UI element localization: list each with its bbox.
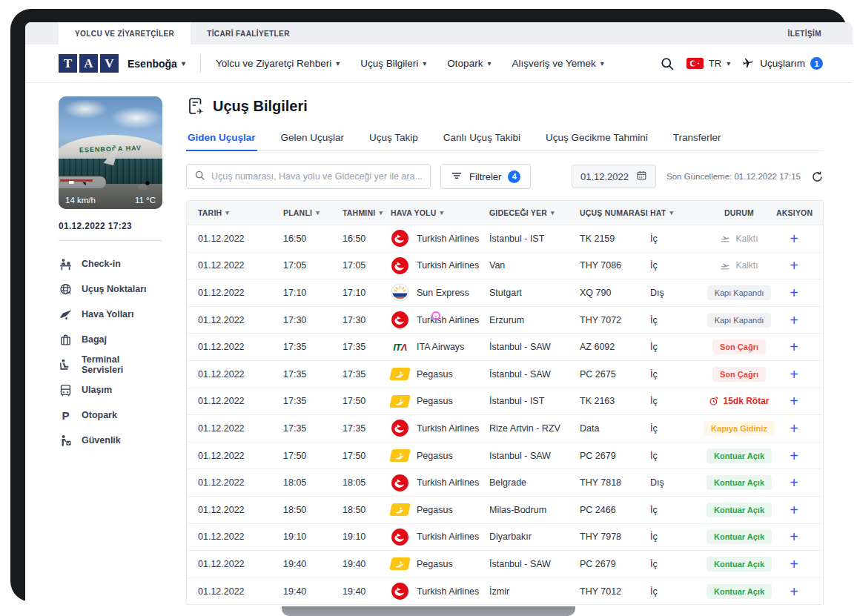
cell-date: 01.12.2022 [198, 396, 283, 406]
contact-link[interactable]: İLETİŞİM [757, 22, 853, 44]
cell-status: 15dk Rötar [702, 396, 776, 406]
cell-airline: Turkish Airlines [391, 311, 489, 329]
add-flight-button[interactable]: + [790, 529, 798, 544]
column-header[interactable]: HAT▾ [650, 208, 702, 217]
add-flight-button[interactable]: + [790, 503, 798, 517]
page-title: Uçuş Bilgileri [213, 98, 308, 115]
date-picker[interactable]: 01.12.2022 [572, 165, 656, 188]
cloud-sun-icon [135, 179, 156, 194]
sidebar-item-ula-m[interactable]: Ulaşım [59, 377, 162, 403]
search-input[interactable] [211, 171, 423, 182]
status-badge: Kontuar Açık [707, 529, 772, 544]
column-header[interactable]: TAHMINI▾ [343, 208, 391, 217]
status-badge: Son Çağrı [712, 367, 766, 382]
column-header[interactable]: HAVA YOLU▾ [391, 208, 489, 217]
flight-points-icon [59, 282, 73, 297]
cell-destination: Van [489, 260, 580, 271]
flight-tabs: Giden UçuşlarGelen UçuşlarUçuş TakipCanl… [186, 127, 824, 151]
add-flight-button[interactable]: + [790, 448, 798, 463]
flight-search[interactable] [186, 164, 431, 189]
airport-photo[interactable]: ESENBOĞA HAV 14 km/h [59, 96, 162, 209]
tab-transferler[interactable]: Transferler [672, 127, 723, 150]
add-flight-button[interactable]: + [790, 313, 798, 328]
add-flight-button[interactable]: + [790, 231, 798, 246]
add-flight-button[interactable]: + [790, 584, 798, 599]
airline-name: Turkish Airlines [417, 315, 479, 325]
add-flight-button[interactable]: + [790, 285, 798, 300]
sidebar-item-label: Check-in [82, 259, 121, 269]
add-flight-button[interactable]: + [790, 367, 798, 382]
cell-action: + [776, 231, 812, 246]
stopwatch-icon [709, 396, 719, 406]
sort-caret-icon: ▾ [440, 210, 444, 216]
airline-name: Sun Express [417, 288, 469, 298]
tab-giden-u-u-lar[interactable]: Giden Uçuşlar [186, 127, 257, 150]
pegasus-logo [391, 500, 409, 519]
pegasus-logo [391, 392, 409, 411]
filters-button[interactable]: Filtreler 4 [440, 164, 531, 189]
airport-name: Esenboğa [128, 58, 177, 70]
column-header[interactable]: TARIH▾ [198, 208, 283, 217]
cell-action: + [776, 448, 812, 463]
cell-estimated: 17:30 [343, 315, 391, 325]
cell-destination: Istanbul - SAW [489, 451, 580, 461]
sidebar-item-u-u-noktalar-[interactable]: Uçuş Noktaları [59, 276, 162, 302]
add-flight-button[interactable]: + [790, 421, 798, 436]
nav-item-u-u-bilgileri[interactable]: Uçuş Bilgileri▾ [360, 58, 426, 69]
cell-line: İç [650, 396, 702, 406]
cell-action: + [776, 258, 812, 273]
nav-item-al-veri-ve-yemek[interactable]: Alışveriş ve Yemek▾ [512, 58, 603, 69]
terminal-services-icon [59, 358, 73, 372]
tab-gelen-u-u-lar[interactable]: Gelen Uçuşlar [279, 127, 346, 150]
utility-tabs: YOLCU VE ZİYARETÇİLERTİCARİ FAALİYETLER [59, 22, 306, 44]
sidebar-item-g-venlik[interactable]: Güvenlik [59, 428, 162, 453]
chevron-down-icon: ▾ [727, 60, 730, 67]
table-body: 01.12.202216:5016:50Turkish Airlinesİsta… [187, 225, 823, 604]
turkish-airlines-logo [391, 474, 409, 492]
cell-planned: 17:35 [283, 342, 343, 352]
add-flight-button[interactable]: + [790, 475, 798, 490]
sunexpress-logo [391, 283, 409, 302]
table-header-row: TARIH▾PLANLI▾TAHMINI▾HAVA YOLU▾GIDECEĞI … [187, 201, 823, 225]
sidebar-item-bagaj[interactable]: Bagaj [59, 327, 162, 352]
cell-date: 01.12.2022 [198, 477, 283, 488]
tab-u-u-gecikme-tahmini[interactable]: Uçuş Gecikme Tahmini [544, 127, 649, 150]
column-header: AKSIYON [776, 208, 813, 217]
tav-logo[interactable]: TAV [59, 54, 119, 73]
airline-name: Pegasus [417, 369, 453, 380]
my-flights-button[interactable]: Uçuşlarım 1 [742, 56, 823, 71]
cell-status: Kapı Kapandı [702, 313, 776, 328]
utility-tab[interactable]: TİCARİ FAALİYETLER [191, 22, 306, 44]
add-flight-button[interactable]: + [790, 394, 798, 408]
cell-flight-number: THY 7818 [580, 477, 650, 488]
sidebar-item-check-in[interactable]: Check-in [59, 251, 162, 276]
refresh-icon[interactable] [811, 170, 824, 183]
language-selector[interactable]: TR ▾ [686, 58, 730, 69]
nav-item-otopark[interactable]: Otopark▾ [447, 58, 491, 69]
nav-item-yolcu-ve-ziyaret-i-rehberi[interactable]: Yolcu ve Ziyaretçi Rehberi▾ [216, 58, 340, 69]
utility-tab[interactable]: YOLCU VE ZİYARETÇİLER [59, 22, 191, 44]
nav-menu: Yolcu ve Ziyaretçi Rehberi▾Uçuş Bilgiler… [216, 58, 604, 69]
column-header[interactable]: PLANLI▾ [283, 208, 343, 217]
sort-caret-icon: ▾ [225, 210, 229, 216]
tab-u-u-takip[interactable]: Uçuş Takip [368, 127, 420, 150]
add-flight-button[interactable]: + [790, 258, 798, 273]
turkish-airlines-logo [391, 528, 409, 546]
table-row: 01.12.202217:5017:50PegasusIstanbul - SA… [187, 442, 823, 469]
add-flight-button[interactable]: + [790, 557, 798, 572]
airport-selector[interactable]: Esenboğa ▾ [128, 58, 185, 70]
sidebar: ESENBOĞA HAV 14 km/h [59, 96, 162, 453]
cell-estimated: 17:35 [343, 369, 391, 380]
add-flight-button[interactable]: + [790, 340, 798, 354]
column-header[interactable]: GIDECEĞI YER▾ [489, 208, 580, 217]
cell-estimated: 19:40 [343, 586, 391, 597]
cell-action: + [776, 557, 812, 572]
tab-canl-u-u-takibi[interactable]: Canlı Uçuş Takibi [442, 127, 522, 150]
sidebar-item-otopark[interactable]: POtopark [59, 403, 162, 428]
table-row: 01.12.202216:5016:50Turkish Airlinesİsta… [187, 225, 823, 252]
sidebar-item-hava-yollar-[interactable]: Hava Yolları [59, 302, 162, 327]
sidebar-item-terminal-servisleri[interactable]: Terminal Servisleri [59, 352, 162, 377]
search-icon[interactable] [660, 56, 675, 71]
cell-destination: İstanbul - SAW [489, 559, 580, 569]
cell-date: 01.12.2022 [198, 451, 283, 461]
